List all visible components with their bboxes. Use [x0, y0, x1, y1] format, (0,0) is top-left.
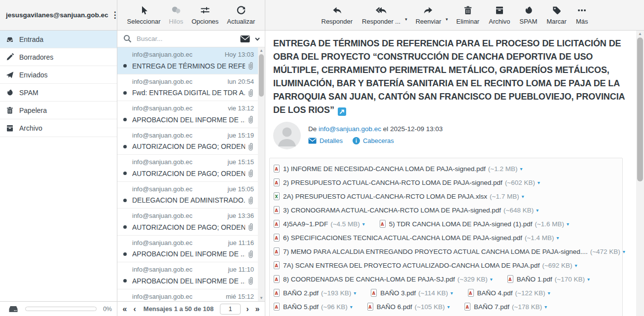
archive-button[interactable]: Archivo [488, 0, 511, 30]
threads-button[interactable]: Hilos [168, 0, 184, 30]
attachment-item[interactable]: 2A) PRESUPUESTO ACTUAL-CANCHA-RCTO LOMA … [274, 189, 524, 203]
attachment-item[interactable]: BAÑO 5.pdf (~96 KB) ▾ [274, 300, 353, 314]
attachment-item[interactable]: BAÑO 6.pdf (~105 KB) ▾ [367, 300, 450, 314]
attachment-dropdown-caret[interactable]: ▾ [490, 277, 493, 282]
attachment-dropdown-caret[interactable]: ▾ [544, 304, 547, 310]
attachment-item[interactable]: BAÑO 3.pdf (~114 KB) ▾ [371, 286, 453, 300]
forward-dropdown-caret[interactable]: ▾ [446, 17, 448, 22]
attachment-item[interactable]: 2) PRESUPUESTO ACTUAL-CANCHA-RCTO LOMA D… [274, 176, 540, 189]
message-row[interactable]: info@sanjuan.gob.ec jue 13:36 AUTORIZACI… [117, 209, 258, 236]
page-number-input[interactable] [220, 304, 241, 315]
more-button[interactable]: Más [575, 0, 589, 30]
pdf-file-icon [274, 303, 280, 311]
message-row[interactable]: info@sanjuan.gob.ec jue 15:05 DELEGACION… [117, 182, 258, 209]
options-button[interactable]: Opciones [190, 0, 219, 30]
details-toggle[interactable]: Detalles [308, 137, 343, 144]
reply-button[interactable]: Responder [321, 0, 354, 30]
scroll-down-arrow[interactable]: ▼ [258, 295, 265, 301]
forward-button[interactable]: Reenviar [415, 0, 442, 30]
search-icon [123, 35, 132, 43]
message-row[interactable]: info@sanjuan.gob.ec jue 15:15 AUTORIZACI… [117, 155, 258, 182]
attachment-size: (~329 KB) [458, 276, 488, 283]
last-page-button[interactable]: » [254, 305, 261, 313]
attachment-item[interactable]: 8) COORDENADAS DE CANCHA-LOMA DE PAJA-SJ… [274, 272, 493, 286]
attachment-item[interactable]: BAÑO 7.pdf (~178 KB) ▾ [465, 300, 547, 314]
attachment-item[interactable]: 5) TDR CANCHA LOMA DE PAJA-signed (1).pd… [380, 217, 569, 231]
delete-button[interactable]: Eliminar [455, 0, 480, 30]
scroll-up-arrow[interactable]: ▲ [636, 31, 644, 37]
search-scope-envelope-icon[interactable] [240, 35, 250, 43]
attachment-item[interactable]: 6) SPECIFICACIONES TECNICA ACTUAL-CANCHA… [274, 231, 559, 245]
message-row[interactable]: info@sanjuan.gob.ec jue 11:16 APROBACION… [117, 236, 258, 263]
attachment-dropdown-caret[interactable]: ▾ [623, 249, 625, 254]
attachment-item[interactable]: BAÑO 2.pdf (~193 KB) ▾ [274, 286, 356, 300]
message-row[interactable]: info@sanjuan.gob.ec mié 15:12 [117, 289, 258, 302]
sidebar-item-trash[interactable]: Papelera [0, 102, 117, 119]
attachment-dropdown-caret[interactable]: ▾ [520, 166, 523, 172]
attachment-item[interactable]: BAÑO 4.pdf (~122 KB) ▾ [468, 286, 550, 300]
tag-icon [552, 5, 562, 15]
attachment-name: 3) CRONOGRAMA ACTUAL-CANCHA-RCTO LOMA DE… [283, 207, 501, 214]
search-input[interactable] [136, 35, 236, 43]
select-button[interactable]: Seleccionar [126, 0, 162, 30]
message-row-meta: info@sanjuan.gob.ec jue 15:15 [123, 158, 254, 166]
attachment-item[interactable]: BAR 3.pdf (~104 KB) ▾ [458, 314, 536, 316]
attachment-item[interactable]: 3) CRONOGRAMA ACTUAL-CANCHA-RCTO LOMA DE… [274, 203, 538, 217]
attachment-dropdown-caret[interactable]: ▾ [548, 290, 550, 296]
attachment-dropdown-caret[interactable]: ▾ [522, 194, 524, 199]
flame-icon [6, 89, 14, 97]
sidebar-item-spam[interactable]: SPAM [0, 84, 117, 102]
refresh-button[interactable]: Actualizar [226, 0, 256, 30]
attachment-dropdown-caret[interactable]: ▾ [350, 304, 353, 310]
message-row[interactable]: info@sanjuan.gob.ec vie 13:12 APROBACION… [117, 101, 258, 128]
sidebar-item-inbox[interactable]: Entrada [0, 31, 117, 48]
attachment-item[interactable]: BAR 2.pdf (~192 KB) ▾ [366, 314, 443, 316]
attachment-dropdown-caret[interactable]: ▾ [567, 221, 569, 227]
quota-progress [25, 307, 97, 311]
search-options-chevron-icon[interactable] [254, 35, 261, 42]
attachment-dropdown-caret[interactable]: ▾ [537, 180, 540, 185]
message-row[interactable]: info@sanjuan.gob.ec jue 11:10 APROBACION… [117, 262, 258, 289]
message-sender: info@sanjuan.gob.ec [132, 266, 228, 273]
attachment-dropdown-caret[interactable]: ▾ [447, 304, 450, 310]
attachment-item[interactable]: 4)5AA9~1.PDF (~4.5 MB) ▾ [274, 217, 365, 231]
sidebar-item-sent[interactable]: Enviados [0, 66, 117, 84]
message-row[interactable]: info@sanjuan.gob.ec Hoy 13:03 ENTREGA DE… [117, 47, 258, 74]
attachment-item[interactable]: 7) MEMO PARA ALCALDIA ENTREGANDO PROYECT… [274, 245, 625, 258]
attachment-size: (~114 KB) [418, 289, 448, 297]
message-row[interactable]: info@sanjuan.gob.ec jue 15:19 AUTORIZACI… [117, 128, 258, 155]
attachment-size: (~193 KB) [321, 289, 351, 297]
next-page-button[interactable]: › [245, 305, 250, 313]
attachment-dropdown-caret[interactable]: ▾ [354, 290, 356, 296]
attachment-dropdown-caret[interactable]: ▾ [587, 277, 590, 282]
message-view-scrollbar-thumb[interactable] [637, 37, 643, 181]
spam-button[interactable]: SPAM [519, 0, 538, 30]
message-rows: info@sanjuan.gob.ec Hoy 13:03 ENTREGA DE… [117, 47, 258, 301]
prev-page-button[interactable]: ‹ [132, 305, 137, 313]
attachment-dropdown-caret[interactable]: ▾ [575, 263, 577, 268]
sender-email-link[interactable]: info@sanjuan.gob.ec [319, 125, 381, 133]
external-link-icon[interactable] [338, 107, 346, 116]
list-scrollbar-thumb[interactable] [259, 54, 264, 97]
attachment-dropdown-caret[interactable]: ▾ [557, 235, 559, 241]
forward-icon [423, 5, 433, 15]
attachment-dropdown-caret[interactable]: ▾ [536, 208, 538, 213]
sidebar-item-archive[interactable]: Archivo [0, 119, 117, 137]
headers-toggle[interactable]: Cabeceras [353, 137, 394, 144]
attachment-item[interactable]: 7A) SCAN ENTREGA DEL PROYECTO ACTUALIZAD… [274, 258, 577, 272]
first-page-button[interactable]: « [122, 305, 128, 313]
attachment-name: 4)5AA9~1.PDF [283, 220, 328, 228]
attachment-item[interactable]: BAÑO 1.pdf (~170 KB) ▾ [507, 272, 590, 286]
reply-all-dropdown-caret[interactable]: ▾ [405, 17, 407, 22]
attachment-item[interactable]: BAR 1.pdf (~169 KB) ▾ [274, 314, 351, 316]
scroll-up-arrow[interactable]: ▲ [258, 47, 265, 54]
tag-button[interactable]: Marcar [545, 0, 567, 30]
attachment-item[interactable]: 1) INFORME DE NECESIDAD-CANCHA LOMA DE P… [274, 162, 523, 176]
message-date: jue 13:36 [228, 212, 254, 219]
attachment-name: BAÑO 5.pdf [283, 303, 319, 311]
attachment-dropdown-caret[interactable]: ▾ [362, 221, 365, 227]
sidebar-item-drafts[interactable]: Borradores [0, 48, 117, 66]
reply-all-button[interactable]: Responder ... [361, 0, 401, 30]
message-row[interactable]: info@sanjuan.gob.ec lun 20:54 Fwd: ENTRE… [117, 74, 258, 102]
attachment-dropdown-caret[interactable]: ▾ [450, 290, 453, 296]
